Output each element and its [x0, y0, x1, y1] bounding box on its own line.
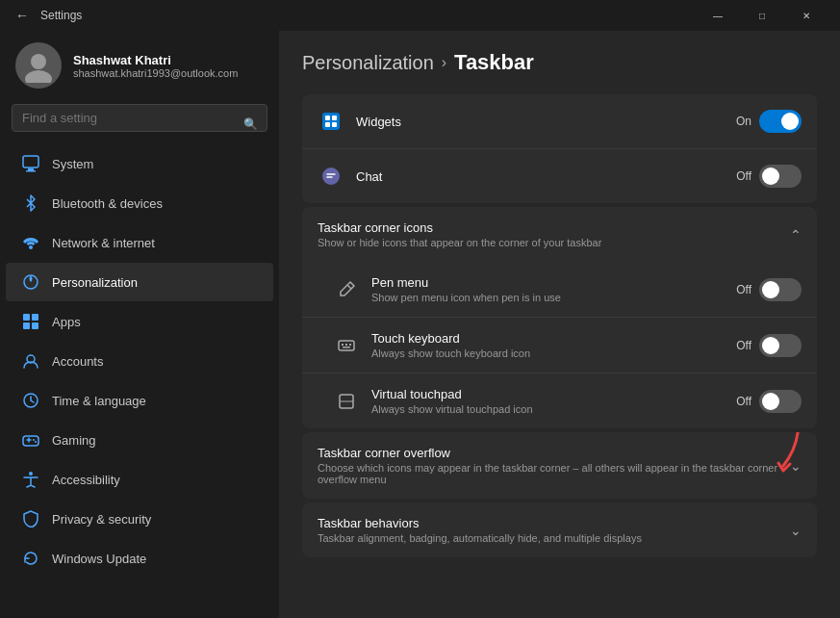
widgets-control: On: [736, 110, 802, 133]
svg-point-22: [322, 167, 340, 185]
search-container: 🔍: [0, 104, 279, 143]
svg-rect-10: [32, 322, 38, 329]
corner-overflow-chevron: ⌄: [790, 458, 802, 474]
user-profile[interactable]: Shashwat Khatri shashwat.khatri1993@outl…: [0, 31, 279, 104]
avatar: [15, 42, 62, 89]
widgets-toggle[interactable]: [759, 110, 802, 133]
sidebar: Shashwat Khatri shashwat.khatri1993@outl…: [0, 31, 279, 618]
svg-rect-3: [28, 168, 34, 170]
sidebar-item-update[interactable]: Windows Update: [6, 539, 273, 578]
sidebar-item-label-apps: Apps: [52, 315, 81, 329]
pen-toggle-thumb: [762, 281, 779, 298]
svg-rect-24: [342, 344, 344, 346]
minimize-button[interactable]: —: [696, 0, 740, 31]
keyboard-control: Off: [736, 334, 802, 357]
chat-control: Off: [736, 165, 802, 188]
corner-overflow-header-text: Taskbar corner overflow Choose which ico…: [318, 446, 790, 485]
widgets-status: On: [736, 115, 751, 128]
svg-rect-18: [325, 116, 330, 120]
pen-control: Off: [736, 278, 802, 301]
update-icon: [21, 549, 40, 568]
back-button[interactable]: ←: [12, 4, 33, 27]
svg-rect-2: [23, 156, 38, 167]
sidebar-item-gaming[interactable]: Gaming: [6, 421, 273, 459]
privacy-icon: [21, 509, 40, 528]
touchpad-status: Off: [736, 395, 751, 408]
corner-overflow-header[interactable]: Taskbar corner overflow Choose which ico…: [302, 432, 817, 499]
widgets-toggle-thumb: [781, 113, 799, 130]
pen-text: Pen menu Show pen menu icon when pen is …: [371, 275, 736, 303]
window-controls: — □ ✕: [696, 0, 828, 31]
breadcrumb: Personalization › Taskbar: [302, 50, 817, 75]
keyboard-subtitle: Always show touch keyboard icon: [371, 348, 736, 359]
widgets-row: Widgets On: [302, 94, 817, 149]
pen-toggle[interactable]: [759, 278, 802, 301]
touchpad-icon: [333, 388, 360, 415]
keyboard-toggle[interactable]: [759, 334, 802, 357]
titlebar-left: ← Settings: [12, 4, 82, 27]
widgets-text: Widgets: [356, 115, 736, 129]
touchpad-row: Virtual touchpad Always show virtual tou…: [302, 373, 817, 428]
chat-toggle-thumb: [762, 167, 779, 185]
behaviors-title: Taskbar behaviors: [318, 516, 642, 530]
sidebar-item-bluetooth[interactable]: Bluetooth & devices: [6, 184, 273, 222]
close-button[interactable]: ✕: [784, 0, 828, 31]
sidebar-item-accounts[interactable]: Accounts: [6, 342, 273, 380]
search-icon: 🔍: [243, 117, 258, 131]
corner-overflow-subtitle: Choose which icons may appear in the tas…: [318, 462, 790, 485]
corner-icons-header[interactable]: Taskbar corner icons Show or hide icons …: [302, 207, 817, 262]
sidebar-item-accessibility[interactable]: Accessibility: [6, 460, 273, 499]
sidebar-item-privacy[interactable]: Privacy & security: [6, 500, 273, 538]
svg-rect-21: [332, 122, 337, 127]
behaviors-subtitle: Taskbar alignment, badging, automaticall…: [318, 532, 642, 544]
user-name: Shashwat Khatri: [73, 53, 238, 67]
accessibility-icon: [21, 470, 40, 489]
sidebar-item-time[interactable]: Time & language: [6, 381, 273, 420]
svg-rect-27: [343, 347, 350, 348]
touchpad-toggle[interactable]: [759, 390, 802, 413]
sidebar-item-system[interactable]: System: [6, 144, 273, 183]
svg-rect-8: [32, 314, 38, 321]
keyboard-icon: [333, 332, 360, 359]
svg-point-5: [29, 245, 33, 249]
corner-icons-subtitle: Show or hide icons that appear on the co…: [318, 237, 601, 248]
corner-icons-header-text: Taskbar corner icons Show or hide icons …: [318, 220, 601, 248]
corner-overflow-card: Taskbar corner overflow Choose which ico…: [302, 432, 817, 499]
accounts-icon: [21, 351, 40, 371]
network-icon: [21, 233, 40, 252]
sidebar-item-apps[interactable]: Apps: [6, 302, 273, 341]
behaviors-chevron: ⌄: [790, 523, 802, 538]
touchpad-subtitle: Always show virtual touchpad icon: [371, 403, 736, 415]
svg-rect-25: [345, 344, 347, 346]
pen-icon: [333, 276, 360, 303]
corner-icons-title: Taskbar corner icons: [318, 220, 601, 235]
sidebar-item-label-gaming: Gaming: [52, 433, 96, 448]
touchpad-title: Virtual touchpad: [371, 387, 736, 401]
time-icon: [21, 391, 40, 410]
chat-toggle[interactable]: [759, 165, 802, 188]
pen-row: Pen menu Show pen menu icon when pen is …: [302, 262, 817, 318]
search-input[interactable]: [12, 104, 267, 132]
sidebar-item-label-system: System: [52, 157, 93, 171]
sidebar-item-label-bluetooth: Bluetooth & devices: [52, 196, 163, 211]
sidebar-item-label-network: Network & internet: [52, 236, 155, 250]
main-layout: Shashwat Khatri shashwat.khatri1993@outl…: [0, 31, 840, 618]
chat-status: Off: [736, 169, 751, 183]
sidebar-item-network[interactable]: Network & internet: [6, 223, 273, 262]
user-info: Shashwat Khatri shashwat.khatri1993@outl…: [73, 53, 238, 79]
bluetooth-icon: [21, 193, 40, 213]
personalization-icon: [21, 272, 40, 292]
svg-point-1: [25, 70, 52, 83]
pen-status: Off: [736, 283, 751, 296]
widgets-icon: [318, 108, 344, 135]
behaviors-header[interactable]: Taskbar behaviors Taskbar alignment, bad…: [302, 502, 817, 557]
touchpad-text: Virtual touchpad Always show virtual tou…: [371, 387, 736, 415]
titlebar: ← Settings — □ ✕: [0, 0, 840, 31]
maximize-button[interactable]: □: [740, 0, 784, 31]
svg-rect-17: [322, 113, 340, 130]
sidebar-item-personalization[interactable]: Personalization: [6, 263, 273, 301]
keyboard-toggle-thumb: [762, 337, 779, 354]
svg-rect-19: [332, 116, 337, 120]
sidebar-item-label-privacy: Privacy & security: [52, 512, 151, 527]
chat-text: Chat: [356, 169, 736, 184]
